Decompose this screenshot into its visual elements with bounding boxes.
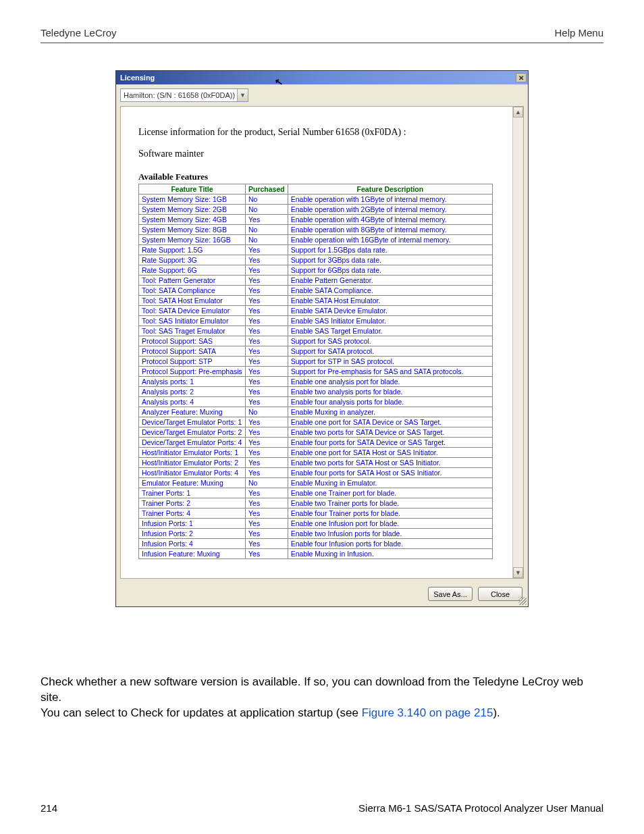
purchased-cell: Yes xyxy=(246,245,288,255)
table-row: Tool: SAS Traget EmulatorYesEnable SAS T… xyxy=(139,326,493,336)
purchased-cell: Yes xyxy=(246,529,288,539)
table-row: Analysis ports: 2YesEnable two analysis … xyxy=(139,387,493,397)
feature-title-cell: Tool: SAS Initiator Emulator xyxy=(139,316,246,326)
cursor-icon: ↖ xyxy=(274,76,284,88)
table-row: Trainer Ports: 2YesEnable two Trainer po… xyxy=(139,498,493,509)
content-area: License information for the product, Ser… xyxy=(120,106,524,579)
feature-title-cell: Protocol Support: Pre-emphasis xyxy=(139,367,246,377)
feature-title-cell: System Memory Size: 16GB xyxy=(139,235,246,245)
close-button[interactable]: Close xyxy=(478,587,522,601)
table-row: Host/Initiator Emulator Ports: 2YesEnabl… xyxy=(139,458,493,468)
description-cell: Enable two ports for SATA Host or SAS In… xyxy=(288,458,492,468)
description-cell: Enable one analysis port for blade. xyxy=(288,377,492,387)
table-row: Infusion Ports: 2YesEnable two Infusion … xyxy=(139,529,493,539)
description-cell: Support for SATA protocol. xyxy=(288,346,492,357)
body-p2-a: You can select to Check for updates at a… xyxy=(41,706,362,719)
scrollbar[interactable]: ▲ ▼ xyxy=(512,107,523,578)
purchased-cell: Yes xyxy=(246,316,288,326)
col-purchased: Purchased xyxy=(246,184,288,194)
feature-title-cell: System Memory Size: 8GB xyxy=(139,225,246,235)
feature-title-cell: Tool: SATA Host Emulator xyxy=(139,296,246,306)
description-cell: Enable two Infusion ports for blade. xyxy=(288,529,492,539)
purchased-cell: Yes xyxy=(246,296,288,306)
device-selector-row: Hamilton: (S/N : 61658 (0xF0DA)) ▼ xyxy=(116,84,528,106)
table-row: Emulator Feature: MuxingNoEnable Muxing … xyxy=(139,478,493,488)
description-cell: Enable four ports for SATA Device or SAS… xyxy=(288,438,492,448)
header-left: Teledyne LeCroy xyxy=(41,27,117,38)
resize-grip-icon[interactable] xyxy=(518,597,527,605)
table-row: Tool: SATA ComplianceYesEnable SATA Comp… xyxy=(139,286,493,296)
feature-title-cell: Host/Initiator Emulator Ports: 4 xyxy=(139,468,246,478)
table-row: Protocol Support: STPYesSupport for STP … xyxy=(139,357,493,367)
purchased-cell: Yes xyxy=(246,519,288,529)
feature-title-cell: Infusion Ports: 4 xyxy=(139,539,246,549)
table-row: Host/Initiator Emulator Ports: 4YesEnabl… xyxy=(139,468,493,478)
table-row: Protocol Support: SASYesSupport for SAS … xyxy=(139,336,493,346)
table-row: Tool: SATA Device EmulatorYesEnable SATA… xyxy=(139,306,493,316)
table-row: Infusion Ports: 1YesEnable one Infusion … xyxy=(139,519,493,529)
chevron-down-icon: ▼ xyxy=(237,89,248,101)
table-row: Protocol Support: SATAYesSupport for SAT… xyxy=(139,346,493,357)
feature-title-cell: System Memory Size: 4GB xyxy=(139,215,246,225)
table-row: Rate Support: 1.5GYesSupport for 1.5GBps… xyxy=(139,245,493,255)
feature-title-cell: Host/Initiator Emulator Ports: 1 xyxy=(139,448,246,458)
purchased-cell: Yes xyxy=(246,367,288,377)
col-feature-description: Feature Description xyxy=(288,184,492,194)
description-cell: Support for SAS protocol. xyxy=(288,336,492,346)
table-row: Device/Target Emulator Ports: 1YesEnable… xyxy=(139,417,493,427)
scroll-up-icon[interactable]: ▲ xyxy=(513,107,523,118)
table-row: Tool: SATA Host EmulatorYesEnable SATA H… xyxy=(139,296,493,306)
description-cell: Enable operation with 2GByte of internal… xyxy=(288,205,492,215)
table-row: System Memory Size: 1GBNoEnable operatio… xyxy=(139,194,493,205)
table-row: Infusion Ports: 4YesEnable four Infusion… xyxy=(139,539,493,549)
description-cell: Enable Pattern Generator. xyxy=(288,276,492,286)
table-row: Infusion Feature: MuxingYesEnable Muxing… xyxy=(139,549,493,559)
purchased-cell: No xyxy=(246,478,288,488)
purchased-cell: Yes xyxy=(246,539,288,549)
purchased-cell: No xyxy=(246,225,288,235)
table-row: Host/Initiator Emulator Ports: 1YesEnabl… xyxy=(139,448,493,458)
close-icon: ✕ xyxy=(518,74,524,82)
purchased-cell: No xyxy=(246,194,288,205)
table-row: Rate Support: 6GYesSupport for 6GBps dat… xyxy=(139,265,493,276)
save-as-button[interactable]: Save As... xyxy=(428,587,473,601)
description-cell: Enable Muxing in analyzer. xyxy=(288,407,492,417)
feature-title-cell: Analyzer Feature: Muxing xyxy=(139,407,246,417)
figure-link[interactable]: Figure 3.140 on page 215 xyxy=(362,706,493,719)
feature-title-cell: Rate Support: 6G xyxy=(139,265,246,276)
scroll-track[interactable] xyxy=(513,118,523,567)
table-row: System Memory Size: 8GBNoEnable operatio… xyxy=(139,225,493,235)
table-row: Analyzer Feature: MuxingNoEnable Muxing … xyxy=(139,407,493,417)
body-p2-b: ). xyxy=(493,706,500,719)
body-paragraph-2: You can select to Check for updates at a… xyxy=(41,706,603,721)
table-row: Trainer Ports: 4YesEnable four Trainer p… xyxy=(139,509,493,519)
feature-title-cell: Rate Support: 1.5G xyxy=(139,245,246,255)
table-row: System Memory Size: 4GBYesEnable operati… xyxy=(139,215,493,225)
header-right: Help Menu xyxy=(554,27,603,38)
dialog-close-button[interactable]: ✕ xyxy=(516,73,527,82)
description-cell: Enable operation with 4GByte of internal… xyxy=(288,215,492,225)
scroll-down-icon[interactable]: ▼ xyxy=(513,567,523,578)
header-rule xyxy=(41,43,603,43)
device-selector[interactable]: Hamilton: (S/N : 61658 (0xF0DA)) ▼ xyxy=(120,88,248,102)
purchased-cell: Yes xyxy=(246,468,288,478)
table-row: Device/Target Emulator Ports: 4YesEnable… xyxy=(139,438,493,448)
feature-title-cell: Analysis ports: 1 xyxy=(139,377,246,387)
purchased-cell: Yes xyxy=(246,458,288,468)
body-paragraph-1: Check whether a new software version is … xyxy=(41,675,603,706)
purchased-cell: Yes xyxy=(246,498,288,509)
purchased-cell: No xyxy=(246,407,288,417)
description-cell: Support for Pre-emphasis for SAS and SAT… xyxy=(288,367,492,377)
purchased-cell: Yes xyxy=(246,549,288,559)
description-cell: Support for STP in SAS protocol. xyxy=(288,357,492,367)
feature-title-cell: Device/Target Emulator Ports: 2 xyxy=(139,427,246,438)
description-cell: Enable SAS Target Emulator. xyxy=(288,326,492,336)
description-cell: Enable SATA Device Emulator. xyxy=(288,306,492,316)
table-row: Rate Support: 3GYesSupport for 3GBps dat… xyxy=(139,255,493,265)
description-cell: Enable four analysis ports for blade. xyxy=(288,397,492,407)
description-cell: Enable four Trainer ports for blade. xyxy=(288,509,492,519)
description-cell: Enable two ports for SATA Device or SAS … xyxy=(288,427,492,438)
purchased-cell: Yes xyxy=(246,215,288,225)
table-row: Device/Target Emulator Ports: 2YesEnable… xyxy=(139,427,493,438)
licensing-dialog: Licensing ↖ ✕ Hamilton: (S/N : 61658 (0x… xyxy=(115,70,529,607)
